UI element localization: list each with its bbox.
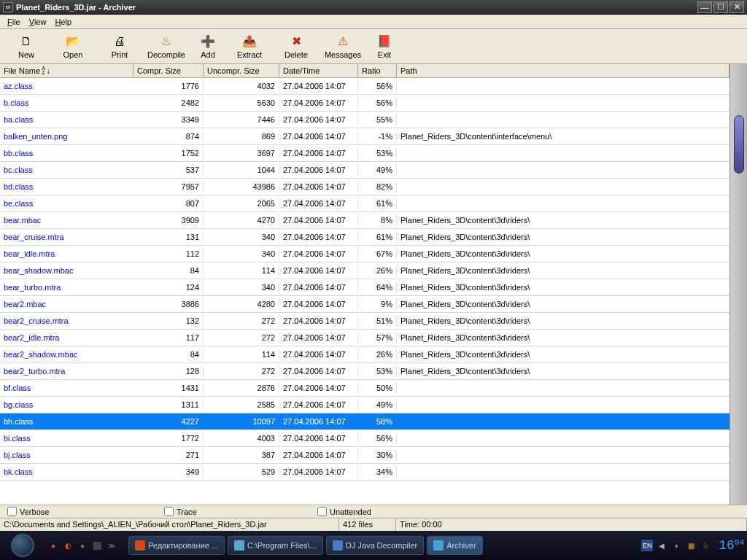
verbose-checkbox[interactable] [7, 507, 17, 516]
ql-icon-4[interactable]: ⬛ [90, 539, 104, 552]
ql-icon-2[interactable]: ◐ [61, 539, 74, 552]
table-row[interactable]: b.class 2482 5630 27.04.2006 14:07 56% [0, 95, 729, 112]
ql-icon-1[interactable]: ● [47, 539, 60, 552]
cell-path: Planet_Riders_3D\content\3d\riders\ [397, 349, 729, 360]
cell-datetime: 27.04.2006 14:07 [279, 399, 358, 411]
cell-uncompr: 340 [204, 231, 279, 243]
table-row[interactable]: bear_turbo.mtra 124 340 27.04.2006 14:07… [0, 279, 729, 296]
extract-button[interactable]: 📤 Extract [226, 31, 273, 63]
table-row[interactable]: bear_shadow.mbac 84 114 27.04.2006 14:07… [0, 262, 729, 279]
sort-arrow-icon: ↓ [47, 66, 51, 75]
column-ratio[interactable]: Ratio [358, 64, 397, 77]
table-row[interactable]: ba.class 3349 7446 27.04.2006 14:07 55% [0, 112, 729, 128]
table-row[interactable]: bh.class 4227 10097 27.04.2006 14:07 58% [0, 413, 729, 430]
cell-path [397, 152, 729, 155]
table-row[interactable]: bd.class 7957 43986 27.04.2006 14:07 82% [0, 179, 729, 195]
table-row[interactable]: bear2_idle.mtra 117 272 27.04.2006 14:07… [0, 330, 729, 346]
table-row[interactable]: balken_unten.png 874 869 27.04.2006 14:0… [0, 128, 729, 145]
menu-file[interactable]: File [3, 16, 25, 28]
cell-compr: 1776 [133, 80, 204, 92]
cell-filename: bk.class [0, 466, 133, 478]
cell-compr: 349 [133, 466, 204, 478]
cell-uncompr: 4280 [204, 298, 279, 310]
start-button[interactable] [3, 532, 42, 559]
new-button[interactable]: 🗋 New [3, 31, 50, 63]
exit-button[interactable]: 📕 Exit [366, 31, 403, 63]
decompile-button[interactable]: ♨ Decompile [143, 31, 190, 63]
exit-icon: 📕 [377, 34, 392, 49]
ql-icon-3[interactable]: ● [76, 539, 89, 552]
minimize-button[interactable]: — [697, 1, 712, 13]
cell-datetime: 27.04.2006 14:07 [279, 164, 358, 176]
cell-filename: bear_shadow.mbac [0, 265, 133, 276]
table-row[interactable]: bear2_cruise.mtra 132 272 27.04.2006 14:… [0, 313, 729, 330]
cell-uncompr: 3697 [204, 147, 279, 159]
taskbar-item[interactable]: Редактирование ... [128, 536, 225, 555]
taskbar-item[interactable]: Archiver [427, 536, 482, 555]
table-body[interactable]: az.class 1776 4032 27.04.2006 14:07 56% … [0, 78, 729, 495]
column-uncompr[interactable]: Uncompr. Size [204, 64, 279, 77]
taskbar-item-icon [234, 540, 244, 551]
close-button[interactable]: ✕ [729, 1, 744, 13]
unattended-checkbox[interactable] [317, 507, 327, 516]
ql-icon-5[interactable]: ≫ [105, 539, 118, 552]
cell-datetime: 27.04.2006 14:07 [279, 416, 358, 427]
tray-icon-1[interactable]: ◀ [656, 540, 667, 551]
cell-compr: 1772 [133, 432, 204, 444]
cell-path: Planet_Riders_3D\content\3d\riders\ [397, 265, 729, 276]
cell-ratio: 53% [358, 365, 397, 377]
cell-filename: bg.class [0, 399, 133, 411]
scroll-thumb[interactable] [734, 115, 744, 174]
cell-filename: az.class [0, 80, 133, 92]
cell-compr: 807 [133, 198, 204, 209]
column-path[interactable]: Path [397, 64, 729, 77]
table-row[interactable]: bi.class 1772 4003 27.04.2006 14:07 56% [0, 430, 729, 447]
taskbar-item[interactable]: DJ Java Decompiler [326, 536, 424, 555]
sort-icon: AZ [42, 66, 45, 75]
statusbar: C:\Documents and Settings\_ALIEN_\Рабочи… [0, 518, 747, 531]
table-row[interactable]: be.class 807 2065 27.04.2006 14:07 61% [0, 195, 729, 212]
table-row[interactable]: bf.class 1431 2876 27.04.2006 14:07 50% [0, 380, 729, 397]
cell-ratio: 61% [358, 198, 397, 209]
cell-datetime: 27.04.2006 14:07 [279, 114, 358, 125]
cell-uncompr: 272 [204, 365, 279, 377]
cell-uncompr: 2585 [204, 399, 279, 411]
menu-help[interactable]: Help [50, 16, 76, 28]
table-row[interactable]: bear.mbac 3909 4270 27.04.2006 14:07 8% … [0, 212, 729, 229]
taskbar-item-label: Archiver [446, 541, 476, 550]
cell-compr: 3349 [133, 114, 204, 125]
cell-compr: 1752 [133, 147, 204, 159]
table-row[interactable]: bear2_turbo.mtra 128 272 27.04.2006 14:0… [0, 363, 729, 380]
taskbar-item[interactable]: C:\Program Files\... [228, 536, 323, 555]
cell-filename: bear_cruise.mtra [0, 231, 133, 243]
tray-icon-4[interactable]: ♘ [700, 540, 711, 551]
table-row[interactable]: bj.class 271 387 27.04.2006 14:07 30% [0, 447, 729, 464]
table-row[interactable]: az.class 1776 4032 27.04.2006 14:07 56% [0, 78, 729, 95]
column-filename[interactable]: File Name AZ ↓ [0, 64, 133, 77]
table-row[interactable]: bear_cruise.mtra 131 340 27.04.2006 14:0… [0, 229, 729, 246]
quick-launch: ● ◐ ● ⬛ ≫ [47, 539, 118, 552]
messages-button[interactable]: ⚠ Messages [320, 31, 366, 63]
table-row[interactable]: bk.class 349 529 27.04.2006 14:07 34% [0, 464, 729, 481]
maximize-button[interactable]: ☐ [713, 1, 728, 13]
cell-path [397, 437, 729, 440]
delete-button[interactable]: ✖ Delete [273, 31, 320, 63]
menu-view[interactable]: View [25, 16, 51, 28]
table-row[interactable]: bear2.mbac 3886 4280 27.04.2006 14:07 9%… [0, 296, 729, 313]
tray-icon-3[interactable]: ▦ [685, 540, 697, 551]
open-button[interactable]: 📂 Open [50, 31, 96, 63]
print-button[interactable]: 🖨 Print [96, 31, 143, 63]
right-scrollbar-strip[interactable] [729, 64, 747, 505]
table-row[interactable]: bear_idle.mtra 112 340 27.04.2006 14:07 … [0, 246, 729, 262]
column-compr[interactable]: Compr. Size [133, 64, 204, 77]
column-datetime[interactable]: Date/Time [279, 64, 358, 77]
trace-checkbox[interactable] [164, 507, 174, 516]
table-row[interactable]: bg.class 1311 2585 27.04.2006 14:07 49% [0, 397, 729, 413]
add-button[interactable]: ➕ Add [190, 31, 226, 63]
language-indicator[interactable]: EN [641, 540, 653, 551]
table-row[interactable]: bear2_shadow.mbac 84 114 27.04.2006 14:0… [0, 346, 729, 363]
table-row[interactable]: bb.class 1752 3697 27.04.2006 14:07 53% [0, 145, 729, 162]
clock[interactable]: 1604 [719, 538, 744, 553]
table-row[interactable]: bc.class 537 1044 27.04.2006 14:07 49% [0, 162, 729, 179]
tray-icon-2[interactable]: ♦ [670, 540, 682, 551]
